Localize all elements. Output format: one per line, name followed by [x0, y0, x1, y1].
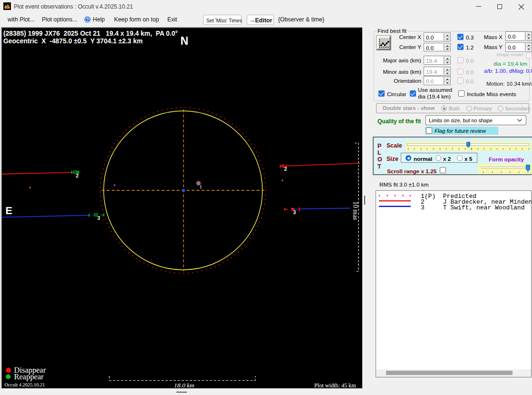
svg-text:3: 3 [293, 209, 296, 215]
svg-text:?: ? [86, 17, 89, 22]
svg-text:18.0 km: 18.0 km [174, 382, 194, 388]
svg-text:Occult 4.2025.10.21: Occult 4.2025.10.21 [5, 382, 45, 387]
svg-text:Plot width: 45 km: Plot width: 45 km [314, 382, 356, 388]
svg-text:1: 1 [200, 184, 203, 189]
svg-text:Geocentric X -4875.0 ±0.5 Y: Geocentric X -4875.0 ±0.5 Y 3704.1 ±2.3 … [3, 37, 143, 45]
svg-text:3: 3 [97, 215, 100, 221]
svg-text:2: 2 [284, 166, 287, 172]
svg-text:2: 2 [76, 173, 79, 178]
svg-text:10 mas: 10 mas [352, 201, 359, 220]
svg-text:(28385) 1999 JX76 2025 Oct 21: (28385) 1999 JX76 2025 Oct 21 19.4 x 19.… [3, 30, 178, 37]
svg-text:E: E [6, 205, 12, 217]
svg-text:N: N [181, 35, 189, 47]
svg-text:Reappear: Reappear [14, 372, 44, 381]
